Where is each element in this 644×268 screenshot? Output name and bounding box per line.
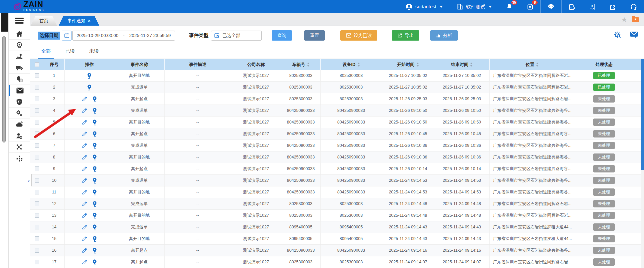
schedule-button[interactable]: 8 [520, 0, 540, 13]
status-badge[interactable]: 未处理 [593, 200, 615, 207]
sort-icon[interactable] [307, 63, 310, 67]
row-checkbox[interactable] [35, 236, 39, 241]
column-header[interactable]: 设备ID [321, 59, 382, 70]
tasks-button[interactable] [561, 0, 582, 13]
edit-button[interactable] [82, 154, 87, 160]
row-checkbox[interactable] [35, 190, 39, 194]
left-scrollbar-thumb[interactable] [2, 36, 6, 142]
query-button[interactable]: 查询 [272, 30, 292, 41]
row-checkbox[interactable] [35, 108, 39, 113]
locate-button[interactable] [92, 189, 97, 195]
status-badge[interactable]: 未处理 [593, 130, 615, 137]
row-checkbox[interactable] [35, 260, 39, 264]
locate-button[interactable] [92, 166, 97, 172]
locate-button[interactable] [92, 154, 97, 160]
table-scrollbar-track[interactable] [641, 59, 644, 268]
row-checkbox[interactable] [35, 73, 39, 78]
column-header[interactable]: 位置 [490, 59, 575, 70]
locate-button[interactable] [92, 108, 97, 114]
edit-button[interactable] [82, 131, 87, 137]
user-menu[interactable]: sudantest [399, 0, 450, 13]
edit-button[interactable] [82, 189, 87, 195]
edit-button[interactable] [82, 143, 87, 148]
edit-button[interactable] [82, 236, 87, 242]
sidebar-item-map[interactable] [9, 51, 30, 62]
column-settings-button[interactable] [614, 31, 621, 40]
row-checkbox[interactable] [35, 97, 39, 101]
status-badge[interactable]: 已处理 [593, 84, 615, 91]
table-scrollbar-thumb[interactable] [641, 59, 644, 170]
apps-button[interactable] [602, 0, 623, 13]
status-badge[interactable]: 未处理 [593, 95, 615, 103]
tab-home[interactable]: 首页 [31, 16, 57, 26]
column-header[interactable]: 结束时间 [434, 59, 490, 70]
edit-button[interactable] [82, 213, 87, 218]
org-menu[interactable]: 软件测试 [450, 0, 499, 13]
event-type-select[interactable]: 已选全部 [211, 31, 262, 41]
sidebar-toggle-button[interactable] [9, 13, 30, 28]
sort-icon[interactable] [536, 63, 539, 67]
table-row[interactable]: 15离开目的地--测试演示102780954000058095400005202… [30, 233, 644, 245]
calendar-button[interactable] [62, 31, 72, 41]
table-row[interactable]: 12完成运单--测试演示1027802530000380253000032025… [30, 198, 644, 210]
row-checkbox[interactable] [35, 85, 39, 90]
locate-button[interactable] [92, 201, 97, 207]
tab-read[interactable]: 已读 [62, 48, 78, 59]
edit-button[interactable] [82, 201, 87, 207]
locate-button[interactable] [92, 212, 97, 219]
sidebar-item-vehicles[interactable] [9, 62, 30, 74]
status-badge[interactable]: 未处理 [593, 165, 615, 172]
status-badge[interactable]: 未处理 [593, 247, 615, 254]
status-badge[interactable]: 未处理 [593, 153, 615, 161]
status-badge[interactable]: 未处理 [593, 119, 615, 126]
billing-button[interactable]: ¥ [582, 0, 602, 13]
favorite-star-icon[interactable]: ★ [621, 16, 627, 23]
table-row[interactable]: 7完成运单--测试演示10278042509000338042509000332… [30, 140, 644, 151]
locate-button[interactable] [92, 236, 97, 242]
status-badge[interactable]: 未处理 [593, 142, 615, 149]
sort-icon[interactable] [416, 63, 419, 67]
row-checkbox[interactable] [35, 155, 39, 159]
sidebar-item-extensions[interactable] [9, 153, 30, 164]
messages-button[interactable] [540, 0, 561, 13]
table-row[interactable]: 9离开起点--测试演示10278042509000338042509000332… [30, 163, 644, 175]
tab-unread[interactable]: 未读 [86, 48, 102, 59]
sidebar-item-iot-cloud[interactable] [9, 119, 30, 130]
status-badge[interactable]: 已处理 [593, 72, 615, 79]
row-checkbox[interactable] [35, 178, 39, 183]
tab-event-notification[interactable]: 事件通知× [59, 16, 99, 26]
column-header[interactable]: 开始时间 [382, 59, 434, 70]
locate-button[interactable] [87, 73, 92, 79]
mark-read-button[interactable]: 设为已读 [340, 30, 377, 41]
edit-button[interactable] [82, 259, 87, 265]
table-row[interactable]: 14完成运单--测试演示1027809540000580954000052025… [30, 221, 644, 233]
sidebar-item-monitor[interactable] [9, 40, 30, 51]
table-row[interactable]: 16离开起点--测试演示1027804250900033804250900033… [30, 245, 644, 256]
favorites-folder-icon[interactable]: ★ [632, 17, 639, 22]
locate-button[interactable] [92, 177, 97, 184]
date-range-input[interactable]: 2025-10-29 00:00:00 - 2025-11-27 23:59:5… [72, 31, 175, 41]
tab-all[interactable]: 全部 [38, 48, 54, 59]
analyze-button[interactable]: 分析 [430, 30, 458, 41]
row-checkbox[interactable] [35, 132, 39, 136]
sidebar-item-event-notification[interactable] [9, 85, 30, 96]
row-checkbox[interactable] [35, 225, 39, 229]
locate-button[interactable] [87, 84, 92, 91]
locate-button[interactable] [92, 96, 97, 102]
table-row[interactable]: 13离开目的地--测试演示102780253000038025300003202… [30, 210, 644, 221]
notifications-button[interactable]: 35 [499, 0, 520, 13]
table-row[interactable]: 6离开起点--测试演示10278042509000338042509000332… [30, 128, 644, 140]
export-button[interactable]: 导出 [392, 30, 419, 41]
status-badge[interactable]: 未处理 [593, 188, 615, 196]
table-row[interactable]: 3离开起点--测试演示1027802530000380253000032025-… [30, 93, 644, 105]
reset-button[interactable]: 重置 [304, 30, 325, 41]
locate-button[interactable] [92, 131, 97, 137]
table-row[interactable]: 2完成运单--测试演示1027802530000380253000032025-… [30, 82, 644, 93]
table-row[interactable]: 11离开目的地--测试演示102780425090003380425090003… [30, 186, 644, 198]
edit-button[interactable] [82, 178, 87, 183]
edit-button[interactable] [82, 248, 87, 253]
row-checkbox[interactable] [35, 120, 39, 125]
status-badge[interactable]: 未处理 [593, 107, 615, 114]
sidebar-item-alarm-report[interactable] [9, 74, 30, 85]
locate-button[interactable] [92, 119, 97, 126]
